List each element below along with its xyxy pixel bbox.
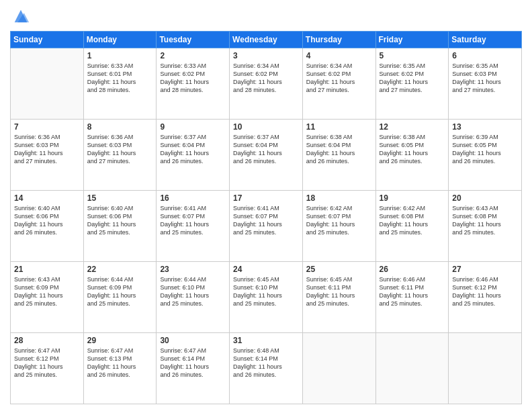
logo-icon xyxy=(11,7,30,26)
day-number: 6 xyxy=(452,51,518,60)
calendar-cell: 5Sunrise: 6:35 AM Sunset: 6:02 PM Daylig… xyxy=(375,48,449,120)
day-number: 24 xyxy=(233,265,299,274)
week-row-5: 28Sunrise: 6:47 AM Sunset: 6:12 PM Dayli… xyxy=(11,333,522,404)
calendar-cell: 4Sunrise: 6:34 AM Sunset: 6:02 PM Daylig… xyxy=(302,48,375,120)
day-number: 29 xyxy=(87,336,153,345)
cell-info: Sunrise: 6:40 AM Sunset: 6:06 PM Dayligh… xyxy=(14,204,80,237)
calendar-cell: 18Sunrise: 6:42 AM Sunset: 6:07 PM Dayli… xyxy=(302,191,375,262)
cell-info: Sunrise: 6:40 AM Sunset: 6:06 PM Dayligh… xyxy=(87,204,153,237)
calendar-cell: 2Sunrise: 6:33 AM Sunset: 6:02 PM Daylig… xyxy=(157,48,230,120)
calendar-cell: 26Sunrise: 6:46 AM Sunset: 6:11 PM Dayli… xyxy=(375,262,449,333)
calendar-cell: 3Sunrise: 6:34 AM Sunset: 6:02 PM Daylig… xyxy=(230,48,303,120)
calendar-cell: 30Sunrise: 6:47 AM Sunset: 6:14 PM Dayli… xyxy=(157,333,230,404)
day-number: 23 xyxy=(160,265,226,274)
day-number: 2 xyxy=(160,51,226,60)
cell-info: Sunrise: 6:38 AM Sunset: 6:04 PM Dayligh… xyxy=(306,133,372,166)
calendar-cell: 12Sunrise: 6:38 AM Sunset: 6:05 PM Dayli… xyxy=(375,120,449,191)
calendar-cell xyxy=(302,333,375,404)
calendar-cell: 8Sunrise: 6:36 AM Sunset: 6:03 PM Daylig… xyxy=(83,120,157,191)
calendar-cell: 6Sunrise: 6:35 AM Sunset: 6:03 PM Daylig… xyxy=(449,48,522,120)
calendar-cell: 24Sunrise: 6:45 AM Sunset: 6:10 PM Dayli… xyxy=(230,262,303,333)
cell-info: Sunrise: 6:48 AM Sunset: 6:14 PM Dayligh… xyxy=(233,347,299,379)
header xyxy=(10,7,522,26)
calendar-cell: 27Sunrise: 6:46 AM Sunset: 6:12 PM Dayli… xyxy=(449,262,522,333)
calendar-cell: 22Sunrise: 6:44 AM Sunset: 6:09 PM Dayli… xyxy=(83,262,157,333)
day-number: 15 xyxy=(87,193,153,203)
day-number: 31 xyxy=(233,336,299,345)
cell-info: Sunrise: 6:44 AM Sunset: 6:09 PM Dayligh… xyxy=(87,275,153,308)
calendar-cell: 14Sunrise: 6:40 AM Sunset: 6:06 PM Dayli… xyxy=(11,191,84,262)
day-number: 26 xyxy=(380,265,445,274)
cell-info: Sunrise: 6:47 AM Sunset: 6:12 PM Dayligh… xyxy=(14,347,80,379)
weekday-header-tuesday: Tuesday xyxy=(157,32,230,48)
week-row-3: 14Sunrise: 6:40 AM Sunset: 6:06 PM Dayli… xyxy=(11,191,522,262)
calendar-cell: 1Sunrise: 6:33 AM Sunset: 6:01 PM Daylig… xyxy=(83,48,157,120)
calendar-cell: 28Sunrise: 6:47 AM Sunset: 6:12 PM Dayli… xyxy=(11,333,84,404)
weekday-header-monday: Monday xyxy=(83,32,157,48)
cell-info: Sunrise: 6:47 AM Sunset: 6:13 PM Dayligh… xyxy=(87,347,153,379)
cell-info: Sunrise: 6:46 AM Sunset: 6:12 PM Dayligh… xyxy=(452,275,518,308)
day-number: 16 xyxy=(160,193,226,203)
calendar-table: SundayMondayTuesdayWednesdayThursdayFrid… xyxy=(10,31,522,404)
cell-info: Sunrise: 6:43 AM Sunset: 6:08 PM Dayligh… xyxy=(452,204,518,237)
cell-info: Sunrise: 6:46 AM Sunset: 6:11 PM Dayligh… xyxy=(380,275,445,308)
day-number: 13 xyxy=(452,122,518,132)
day-number: 3 xyxy=(233,51,299,60)
week-row-4: 21Sunrise: 6:43 AM Sunset: 6:09 PM Dayli… xyxy=(11,262,522,333)
calendar-cell: 15Sunrise: 6:40 AM Sunset: 6:06 PM Dayli… xyxy=(83,191,157,262)
day-number: 10 xyxy=(233,122,299,132)
day-number: 17 xyxy=(233,193,299,203)
calendar-cell: 20Sunrise: 6:43 AM Sunset: 6:08 PM Dayli… xyxy=(449,191,522,262)
cell-info: Sunrise: 6:37 AM Sunset: 6:04 PM Dayligh… xyxy=(233,133,299,166)
cell-info: Sunrise: 6:47 AM Sunset: 6:14 PM Dayligh… xyxy=(160,347,226,379)
cell-info: Sunrise: 6:38 AM Sunset: 6:05 PM Dayligh… xyxy=(380,133,445,166)
cell-info: Sunrise: 6:42 AM Sunset: 6:07 PM Dayligh… xyxy=(306,204,372,237)
calendar-cell: 11Sunrise: 6:38 AM Sunset: 6:04 PM Dayli… xyxy=(302,120,375,191)
cell-info: Sunrise: 6:41 AM Sunset: 6:07 PM Dayligh… xyxy=(233,204,299,237)
day-number: 14 xyxy=(14,193,80,203)
cell-info: Sunrise: 6:37 AM Sunset: 6:04 PM Dayligh… xyxy=(160,133,226,166)
day-number: 28 xyxy=(14,336,80,345)
day-number: 22 xyxy=(87,265,153,274)
calendar-cell: 9Sunrise: 6:37 AM Sunset: 6:04 PM Daylig… xyxy=(157,120,230,191)
calendar-cell xyxy=(449,333,522,404)
day-number: 19 xyxy=(380,193,445,203)
calendar-cell: 21Sunrise: 6:43 AM Sunset: 6:09 PM Dayli… xyxy=(11,262,84,333)
cell-info: Sunrise: 6:35 AM Sunset: 6:02 PM Dayligh… xyxy=(380,62,445,95)
calendar-cell: 13Sunrise: 6:39 AM Sunset: 6:05 PM Dayli… xyxy=(449,120,522,191)
day-number: 21 xyxy=(14,265,80,274)
day-number: 25 xyxy=(306,265,372,274)
weekday-header-saturday: Saturday xyxy=(449,32,522,48)
weekday-header-wednesday: Wednesday xyxy=(230,32,303,48)
calendar-cell: 10Sunrise: 6:37 AM Sunset: 6:04 PM Dayli… xyxy=(230,120,303,191)
logo xyxy=(10,7,30,26)
cell-info: Sunrise: 6:39 AM Sunset: 6:05 PM Dayligh… xyxy=(452,133,518,166)
day-number: 11 xyxy=(306,122,372,132)
day-number: 30 xyxy=(160,336,226,345)
cell-info: Sunrise: 6:35 AM Sunset: 6:03 PM Dayligh… xyxy=(452,62,518,95)
cell-info: Sunrise: 6:34 AM Sunset: 6:02 PM Dayligh… xyxy=(306,62,372,95)
cell-info: Sunrise: 6:43 AM Sunset: 6:09 PM Dayligh… xyxy=(14,275,80,308)
calendar-cell xyxy=(11,48,84,120)
cell-info: Sunrise: 6:33 AM Sunset: 6:01 PM Dayligh… xyxy=(87,62,153,95)
calendar-cell: 7Sunrise: 6:36 AM Sunset: 6:03 PM Daylig… xyxy=(11,120,84,191)
cell-info: Sunrise: 6:34 AM Sunset: 6:02 PM Dayligh… xyxy=(233,62,299,95)
calendar-cell: 17Sunrise: 6:41 AM Sunset: 6:07 PM Dayli… xyxy=(230,191,303,262)
calendar-cell: 23Sunrise: 6:44 AM Sunset: 6:10 PM Dayli… xyxy=(157,262,230,333)
weekday-header-sunday: Sunday xyxy=(11,32,84,48)
calendar-cell: 31Sunrise: 6:48 AM Sunset: 6:14 PM Dayli… xyxy=(230,333,303,404)
weekday-header-row: SundayMondayTuesdayWednesdayThursdayFrid… xyxy=(11,32,522,48)
cell-info: Sunrise: 6:45 AM Sunset: 6:10 PM Dayligh… xyxy=(233,275,299,308)
cell-info: Sunrise: 6:41 AM Sunset: 6:07 PM Dayligh… xyxy=(160,204,226,237)
calendar-cell xyxy=(375,333,449,404)
day-number: 5 xyxy=(380,51,445,60)
calendar-cell: 19Sunrise: 6:42 AM Sunset: 6:08 PM Dayli… xyxy=(375,191,449,262)
day-number: 8 xyxy=(87,122,153,132)
day-number: 1 xyxy=(87,51,153,60)
cell-info: Sunrise: 6:33 AM Sunset: 6:02 PM Dayligh… xyxy=(160,62,226,95)
cell-info: Sunrise: 6:36 AM Sunset: 6:03 PM Dayligh… xyxy=(87,133,153,166)
day-number: 20 xyxy=(452,193,518,203)
day-number: 18 xyxy=(306,193,372,203)
weekday-header-thursday: Thursday xyxy=(302,32,375,48)
week-row-1: 1Sunrise: 6:33 AM Sunset: 6:01 PM Daylig… xyxy=(11,48,522,120)
